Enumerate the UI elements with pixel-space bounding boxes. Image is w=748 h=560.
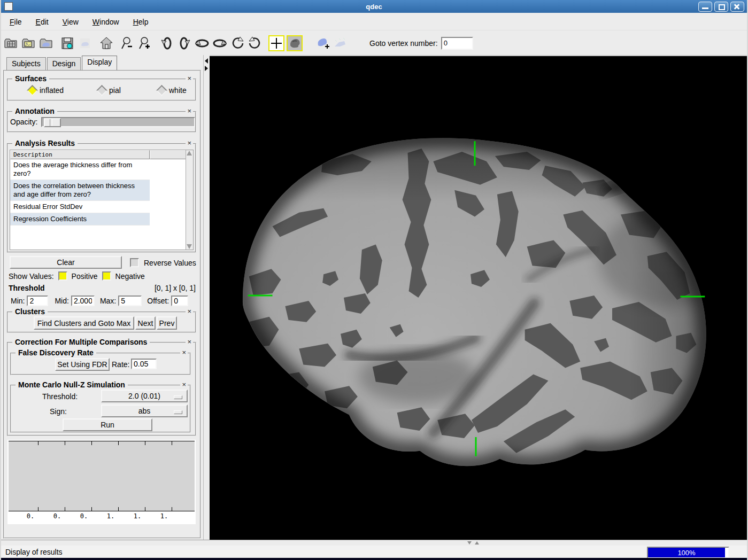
collapse-down-icon[interactable] (467, 541, 472, 545)
menu-view[interactable]: View (63, 18, 79, 26)
annotation-close-icon[interactable]: × (186, 107, 193, 115)
menu-window[interactable]: Window (92, 18, 119, 26)
main-area: Subjects Design Display Surfaces × infla… (1, 55, 747, 540)
min-input[interactable] (27, 295, 48, 306)
panel-sash[interactable] (203, 55, 210, 540)
annotation-group: Annotation × Opacity: (7, 111, 196, 133)
run-button[interactable]: Run (63, 418, 152, 431)
fdr-group: False Discovery Rate × Set Using FDR Rat… (10, 353, 191, 375)
surface-3d-view[interactable] (210, 56, 747, 540)
table-row[interactable]: Regression Coefficients (10, 213, 150, 225)
menu-edit[interactable]: Edit (36, 18, 49, 26)
positive-checkbox[interactable] (58, 271, 67, 281)
spin-right-icon[interactable] (247, 35, 263, 51)
negative-checkbox[interactable] (102, 271, 111, 281)
window-bottom-edge (1, 558, 747, 560)
set-using-fdr-button[interactable]: Set Using FDR (55, 358, 110, 371)
surfaces-close-icon[interactable]: × (186, 75, 193, 82)
annotation-title: Annotation (12, 107, 57, 115)
load-annotation-icon[interactable] (20, 35, 36, 51)
spin-left-icon[interactable] (229, 35, 245, 51)
radio-pial[interactable]: pial (98, 86, 121, 95)
radio-inflated[interactable]: inflated (28, 86, 64, 95)
tick-mark (91, 507, 92, 511)
description-column-header[interactable]: Description (10, 150, 150, 159)
minimize-button[interactable] (698, 2, 712, 12)
table-scrollbar[interactable] (186, 150, 193, 250)
reverse-values-checkbox[interactable]: Reverse Values (130, 258, 196, 267)
crosshair-tool-button[interactable] (268, 35, 284, 51)
tab-design[interactable]: Design (47, 57, 81, 70)
rotate-right-icon[interactable] (176, 35, 192, 51)
scroll-up-icon[interactable] (187, 151, 192, 155)
add-marker-icon[interactable] (314, 35, 330, 51)
radio-pial-label: pial (109, 86, 121, 95)
tab-subjects[interactable]: Subjects (6, 57, 46, 70)
correction-title: Correction For Multiple Comparisons (12, 338, 150, 346)
table-row[interactable]: Does the average thickness differ from z… (10, 159, 150, 180)
mc-sign-dropdown[interactable]: abs (101, 405, 188, 417)
menu-file[interactable]: File (10, 18, 22, 26)
fdr-close-icon[interactable]: × (180, 349, 188, 356)
zoom-in-icon[interactable] (137, 35, 153, 51)
zoom-out-icon[interactable] (120, 35, 136, 51)
mid-input[interactable] (71, 295, 95, 306)
max-input[interactable] (118, 295, 142, 306)
load-data-table-icon[interactable] (3, 35, 19, 51)
clear-button[interactable]: Clear (10, 256, 122, 269)
axis-tick-label: 0. (77, 512, 91, 520)
tick-mark (65, 441, 65, 445)
table-row[interactable]: Residual Error StdDev (10, 201, 150, 213)
mc-threshold-label: Threshold: (42, 392, 78, 401)
correction-group: Correction For Multiple Comparisons × Fa… (7, 342, 196, 436)
montecarlo-title: Monte Carlo Null-Z Simulation (16, 380, 128, 389)
show-values-label: Show Values: (9, 272, 54, 281)
expand-right-icon[interactable] (205, 66, 208, 71)
correction-close-icon[interactable]: × (186, 338, 193, 346)
collapse-left-icon[interactable] (205, 58, 208, 64)
close-button[interactable] (730, 2, 744, 12)
tick-mark (65, 507, 65, 511)
maximize-button[interactable] (714, 2, 728, 12)
opacity-slider[interactable] (41, 117, 195, 127)
mid-label: Mid: (55, 297, 68, 305)
load-surface-icon[interactable] (38, 35, 54, 51)
save-icon[interactable] (59, 35, 75, 51)
window-title: qdec (1, 3, 747, 11)
offset-input[interactable] (171, 295, 188, 306)
tab-display[interactable]: Display (82, 56, 117, 70)
table-row[interactable]: Does the correlation between thickness a… (10, 180, 150, 201)
mc-threshold-dropdown[interactable]: 2.0 (0.01) (101, 390, 188, 402)
scroll-down-icon[interactable] (187, 244, 192, 249)
brain-icon (288, 37, 301, 50)
analysis-results-close-icon[interactable]: × (186, 139, 193, 147)
radio-white[interactable]: white (158, 86, 187, 95)
opacity-slider-handle[interactable] (44, 118, 61, 127)
rotate-left-icon[interactable] (159, 35, 175, 51)
threshold-range-label: [0, 1] x [0, 1] (155, 284, 196, 292)
toolbar: Goto vertex number: (1, 31, 747, 56)
find-clusters-button[interactable]: Find Clusters and Goto Max (34, 316, 134, 330)
fdr-rate-input[interactable] (131, 359, 157, 369)
save-disabled-icon (77, 35, 93, 51)
radio-inflated-label: inflated (40, 86, 64, 95)
expand-up-icon[interactable] (475, 541, 479, 545)
empty-column-header[interactable] (150, 150, 186, 159)
home-icon[interactable] (98, 35, 114, 51)
montecarlo-close-icon[interactable]: × (180, 381, 188, 388)
rotate-ccw-icon[interactable] (194, 35, 210, 51)
next-cluster-button[interactable]: Next (135, 316, 156, 330)
goto-vertex-input[interactable] (441, 37, 473, 50)
opacity-label: Opacity: (10, 118, 37, 126)
rotate-cw-icon[interactable] (212, 35, 228, 51)
clusters-close-icon[interactable]: × (186, 308, 193, 315)
minimize-icon (702, 7, 708, 9)
tick-mark (145, 507, 145, 511)
menu-help[interactable]: Help (133, 18, 149, 26)
prev-cluster-button[interactable]: Prev (157, 316, 177, 330)
titlebar: qdec (1, 0, 747, 13)
status-message: Display of results (5, 548, 63, 556)
surface-tool-button[interactable] (287, 35, 303, 51)
left-panel: Subjects Design Display Surfaces × infla… (1, 55, 203, 540)
tick-mark (172, 507, 172, 511)
